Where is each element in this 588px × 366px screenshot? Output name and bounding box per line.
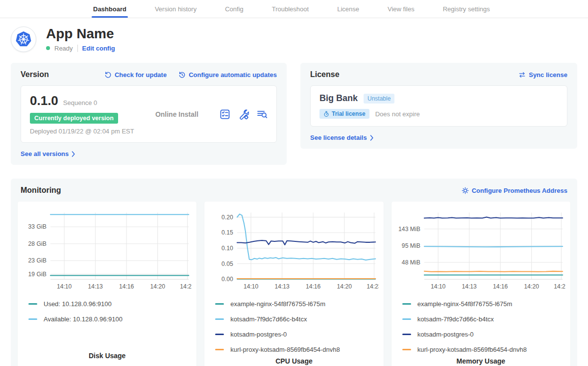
disk-usage-panel: 33 GiB28 GiB23 GiB19 GiB14:1014:1314:161… bbox=[18, 202, 196, 366]
customer-name: Big Bank bbox=[319, 93, 358, 104]
svg-text:0.20: 0.20 bbox=[221, 214, 233, 221]
legend-item: example-nginx-54f8f76755-l675m bbox=[214, 296, 373, 312]
stopwatch-icon bbox=[323, 111, 329, 117]
svg-text:14:23: 14:23 bbox=[367, 283, 378, 290]
legend-dash-icon bbox=[402, 318, 411, 320]
status-dot bbox=[46, 46, 50, 50]
svg-text:14:16: 14:16 bbox=[306, 283, 321, 290]
clock-refresh-icon bbox=[178, 71, 186, 78]
svg-text:14:20: 14:20 bbox=[524, 283, 539, 290]
memory-usage-legend: example-nginx-54f8f76755-l675mkotsadm-7f… bbox=[396, 296, 565, 357]
see-license-details-link[interactable]: See license details bbox=[310, 134, 374, 141]
version-card-title: Version bbox=[21, 70, 49, 79]
disk-usage-title: Disk Usage bbox=[23, 352, 192, 363]
svg-text:14:20: 14:20 bbox=[337, 283, 352, 290]
legend-dash-icon bbox=[28, 318, 37, 320]
svg-text:14:23: 14:23 bbox=[180, 283, 192, 290]
chevron-right-icon bbox=[72, 151, 75, 157]
tab-view-files[interactable]: View files bbox=[388, 0, 415, 18]
disk-usage-chart[interactable]: 33 GiB28 GiB23 GiB19 GiB14:1014:1314:161… bbox=[23, 209, 192, 292]
legend-dash-icon bbox=[215, 303, 224, 305]
svg-text:14:13: 14:13 bbox=[275, 283, 290, 290]
monitoring-title: Monitoring bbox=[21, 186, 61, 195]
svg-text:95 MiB: 95 MiB bbox=[402, 242, 420, 249]
check-for-update-link[interactable]: Check for update bbox=[104, 71, 167, 78]
legend-item: Used: 10.128.0.96:9100 bbox=[27, 296, 187, 312]
legend-dash-icon bbox=[215, 349, 224, 350]
legend-item: kotsadm-7f9dc7d66c-b4tcx bbox=[214, 312, 373, 327]
legend-item: kotsadm-postgres-0 bbox=[401, 327, 561, 342]
svg-text:14:10: 14:10 bbox=[244, 283, 259, 290]
svg-text:14:16: 14:16 bbox=[493, 283, 508, 290]
legend-dash-icon bbox=[402, 334, 411, 335]
svg-text:28 GiB: 28 GiB bbox=[28, 240, 47, 247]
svg-text:14:20: 14:20 bbox=[150, 283, 165, 290]
status-text: Ready bbox=[54, 45, 73, 52]
deployed-badge: Currently deployed version bbox=[30, 113, 118, 124]
see-all-versions-link[interactable]: See all versions bbox=[21, 150, 75, 157]
svg-text:14:23: 14:23 bbox=[554, 283, 565, 290]
tab-license[interactable]: License bbox=[337, 0, 359, 18]
divider bbox=[77, 45, 78, 52]
svg-text:14:13: 14:13 bbox=[88, 283, 103, 290]
legend-dash-icon bbox=[402, 349, 411, 350]
cpu-usage-legend: example-nginx-54f8f76755-l675mkotsadm-7f… bbox=[209, 296, 378, 357]
svg-text:0.00: 0.00 bbox=[221, 276, 233, 283]
cpu-usage-panel: 0.200.150.100.050.0014:1014:1314:1614:20… bbox=[204, 202, 383, 366]
legend-dash-icon bbox=[402, 303, 411, 305]
version-card: Version Check for update Configure autom… bbox=[11, 63, 287, 165]
expiry-text: Does not expire bbox=[375, 110, 420, 118]
version-sequence: Sequence 0 bbox=[63, 99, 97, 106]
tab-version-history[interactable]: Version history bbox=[155, 0, 196, 18]
svg-text:48 MiB: 48 MiB bbox=[402, 259, 420, 266]
svg-text:33 GiB: 33 GiB bbox=[28, 223, 47, 230]
edit-config-link[interactable]: Edit config bbox=[82, 45, 115, 52]
legend-dash-icon bbox=[28, 303, 37, 305]
configure-automatic-updates-link[interactable]: Configure automatic updates bbox=[178, 71, 277, 78]
gear-icon bbox=[462, 187, 469, 194]
svg-text:14:16: 14:16 bbox=[119, 283, 134, 290]
legend-item: kurl-proxy-kotsadm-8569fb6454-dnvh8 bbox=[401, 342, 561, 357]
config-wrench-gear-icon[interactable] bbox=[238, 109, 249, 120]
tab-config[interactable]: Config bbox=[225, 0, 244, 18]
refresh-icon bbox=[104, 71, 112, 78]
legend-dash-icon bbox=[215, 334, 224, 335]
memory-usage-panel: 143 MiB95 MiB48 MiB14:1014:1314:1614:201… bbox=[392, 202, 570, 366]
trial-license-badge: Trial license bbox=[319, 109, 369, 119]
monitoring-section: Monitoring Configure Prometheus Address … bbox=[11, 179, 577, 366]
cpu-usage-chart[interactable]: 0.200.150.100.050.0014:1014:1314:1614:20… bbox=[209, 209, 378, 292]
memory-usage-chart[interactable]: 143 MiB95 MiB48 MiB14:1014:1314:1614:201… bbox=[396, 209, 565, 292]
legend-item: example-nginx-54f8f76755-l675m bbox=[401, 296, 561, 312]
chevron-right-icon bbox=[370, 135, 374, 141]
svg-text:0.05: 0.05 bbox=[221, 261, 233, 267]
legend-item: Available: 10.128.0.96:9100 bbox=[27, 312, 187, 327]
svg-text:14:10: 14:10 bbox=[431, 283, 446, 290]
legend-item: kotsadm-postgres-0 bbox=[214, 327, 373, 342]
page-title: App Name bbox=[46, 26, 115, 42]
legend-item: kotsadm-7f9dc7d66c-b4tcx bbox=[401, 312, 561, 327]
channel-badge: Unstable bbox=[364, 94, 394, 104]
configure-prometheus-link[interactable]: Configure Prometheus Address bbox=[462, 187, 567, 194]
view-logs-search-icon[interactable] bbox=[257, 109, 268, 120]
disk-usage-legend: Used: 10.128.0.96:9100Available: 10.128.… bbox=[23, 296, 192, 327]
license-card: License Sync license Big Bank Unstable bbox=[300, 63, 577, 149]
tab-registry-settings[interactable]: Registry settings bbox=[443, 0, 490, 18]
version-number: 0.1.0 bbox=[30, 93, 58, 108]
memory-usage-title: Memory Usage bbox=[396, 357, 565, 366]
svg-text:23 GiB: 23 GiB bbox=[28, 257, 47, 264]
tab-dashboard[interactable]: Dashboard bbox=[93, 0, 126, 18]
current-version-panel: 0.1.0 Sequence 0 Currently deployed vers… bbox=[21, 85, 277, 143]
svg-text:14:10: 14:10 bbox=[57, 283, 72, 290]
cpu-usage-title: CPU Usage bbox=[209, 357, 378, 366]
svg-text:143 MiB: 143 MiB bbox=[398, 226, 420, 233]
legend-dash-icon bbox=[215, 318, 224, 320]
sync-arrows-icon bbox=[518, 71, 526, 78]
legend-item: kurl-proxy-kotsadm-8569fb6454-dnvh8 bbox=[214, 342, 373, 357]
kubernetes-logo-icon bbox=[11, 26, 36, 52]
app-header: App Name Ready Edit config bbox=[0, 18, 588, 55]
deployed-timestamp: Deployed 01/19/22 @ 02:04 pm EST bbox=[30, 128, 134, 135]
preflight-checklist-icon[interactable] bbox=[220, 109, 230, 120]
tab-troubleshoot[interactable]: Troubleshoot bbox=[272, 0, 309, 18]
sync-license-link[interactable]: Sync license bbox=[518, 71, 567, 78]
svg-text:19 GiB: 19 GiB bbox=[28, 271, 47, 278]
